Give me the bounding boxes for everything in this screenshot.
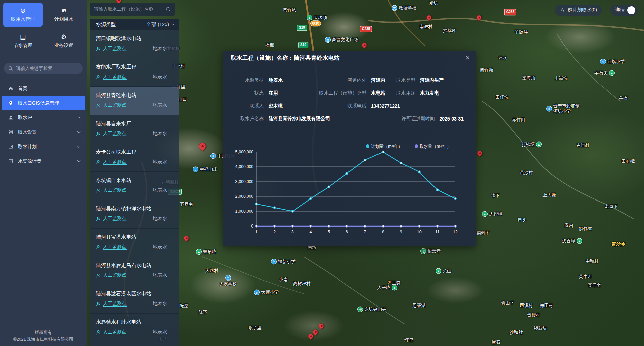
station-detail-modal: 取水工程（设施）名称：陆河县青砼水电站 × 水源类型地表水河道内外河道内取水类型…: [223, 51, 476, 246]
map-label: 老屋下: [605, 204, 618, 210]
manual-monitor-link[interactable]: 人工监测点: [96, 46, 127, 52]
sidebar-search[interactable]: [4, 63, 83, 74]
sidebar-search-input[interactable]: [16, 66, 73, 71]
app-button-节水管理[interactable]: ▤节水管理: [3, 29, 43, 53]
manual-monitor-link[interactable]: 人工监测点: [96, 102, 127, 108]
station-list-item[interactable]: 陆河县南万镇杞洋水电站人工监测点地表水: [90, 200, 179, 229]
manual-monitor-link[interactable]: 人工监测点: [96, 159, 127, 165]
map-marker-pin[interactable]: [427, 15, 432, 20]
map-marker-pin[interactable]: [362, 43, 367, 48]
poi-icon: 文: [546, 106, 552, 112]
source-type-dropdown[interactable]: 全部 (125): [146, 21, 174, 28]
app-button-取用水管理[interactable]: ⊘取用水管理: [3, 3, 43, 27]
manual-monitor-link[interactable]: 人工监测点: [96, 272, 127, 278]
app-button-业务设置[interactable]: ⚙业务设置: [45, 29, 84, 53]
map-label: 下罗南: [180, 201, 193, 207]
map-label: 坝子里: [249, 325, 262, 331]
map-label: 熊石: [492, 339, 500, 345]
water-meter-icon: ⊘: [20, 7, 26, 14]
sidebar-item-取水计划[interactable]: 取水计划: [2, 139, 85, 154]
map-label: 山口: [178, 96, 187, 102]
map-marker-pin[interactable]: [184, 236, 189, 241]
station-list-item[interactable]: 水唇镇水栏肚水电站人工监测点地表水: [90, 314, 179, 342]
map-poi: ⌂幸福山庄: [193, 167, 217, 172]
station-list-item[interactable]: 陆河县青砼水电站人工监测点地表水: [90, 87, 179, 115]
station-list-item[interactable]: 陆河县宝塔水电站人工监测点地表水: [90, 229, 179, 257]
manual-monitor-link[interactable]: 人工监测点: [96, 329, 127, 335]
road-badge: S19: [298, 42, 308, 48]
map-label: 青山下: [501, 300, 514, 306]
station-list-item[interactable]: 河口镇唱歌潭水电站人工监测点地表水: [90, 30, 179, 58]
app-window: 黄竹坑▲天珠顶S19收费G235G235石船S19▦高塘文化广场文墩塘学校粗坑南…: [0, 0, 644, 346]
road-badge: 收费: [310, 20, 321, 26]
modal-header: 取水工程（设施）名称：陆河县青砼水电站 ×: [223, 51, 476, 65]
road-badge: S19: [297, 25, 307, 31]
station-name: 陆河县水唇走马石水电站: [96, 262, 167, 269]
map-label: 思茅湖: [413, 302, 426, 309]
svg-text:2,000,000: 2,000,000: [235, 194, 253, 199]
detail-toggle[interactable]: 详情: [610, 5, 638, 16]
map-label: 石船: [265, 42, 274, 48]
manual-monitor-link[interactable]: 人工监测点: [96, 216, 127, 222]
poi-icon: ▦: [325, 37, 331, 43]
map-marker-pin[interactable]: [308, 334, 313, 339]
svg-text:7: 7: [364, 230, 366, 234]
chevron-down-icon: [77, 130, 81, 133]
sidebar-item-水资源计费[interactable]: 水资源计费: [2, 154, 85, 168]
map-marker-pin[interactable]: [313, 329, 318, 335]
map-label: 梨树下: [477, 230, 490, 236]
station-list-panel: 水源类型 全部 (125) 河口镇唱歌潭水电站人工监测点地表水友能水厂取水工程人…: [90, 19, 179, 346]
map-label: 黄牛叫: [579, 274, 592, 280]
manual-monitor-link[interactable]: 人工监测点: [96, 244, 127, 250]
search-icon[interactable]: [165, 6, 171, 12]
field-label: 许可证过期时间: [401, 116, 435, 122]
map-marker-pin[interactable]: [199, 143, 206, 150]
svg-text:1: 1: [255, 230, 258, 234]
station-search[interactable]: [90, 3, 175, 16]
station-list-item[interactable]: 麦卡公司取水工程人工监测点地表水: [90, 143, 179, 172]
close-icon[interactable]: ×: [465, 54, 470, 62]
copyright: 版权所有 ©2021 珠海市仁智科技有限公司: [0, 329, 87, 343]
manual-monitor-link[interactable]: 人工监测点: [96, 301, 127, 307]
sidebar: ⊘取用水管理≋计划用水▤节水管理⚙业务设置 首页取水口GIS信息管理取水户取水设…: [0, 0, 87, 346]
map-label: 锣鼓坑: [534, 325, 547, 331]
map-poi: 文大新小学: [254, 290, 279, 295]
water-source-type: 地表水: [153, 272, 167, 278]
field-value: 地表水: [269, 77, 283, 83]
manual-monitor-link[interactable]: 人工监测点: [96, 187, 127, 193]
station-list-item[interactable]: 东坑镇自来水站人工监测点地表水: [90, 172, 179, 200]
person-icon: [96, 301, 101, 307]
mountain-icon: ▲: [307, 15, 312, 21]
field-label: 河道内外: [316, 77, 366, 83]
station-search-input[interactable]: [94, 7, 165, 12]
document-icon: ▤: [20, 34, 26, 40]
station-list-item[interactable]: 陆河县水唇走马石水电站人工监测点地表水: [90, 257, 179, 285]
water-source-type: 地表水: [153, 187, 167, 193]
manual-monitor-link[interactable]: 人工监测点: [96, 131, 127, 137]
map-marker-pin[interactable]: [477, 15, 482, 20]
mountain-icon: ▲: [577, 238, 582, 244]
manual-monitor-link[interactable]: 人工监测点: [96, 74, 127, 80]
app-button-计划用水[interactable]: ≋计划用水: [45, 3, 84, 27]
map-marker-pin[interactable]: [477, 151, 482, 156]
map-marker-pin[interactable]: [319, 323, 324, 328]
sidebar-item-取水户[interactable]: 取水户: [2, 110, 85, 125]
station-list-item[interactable]: 陆河县激石溪老区水电站人工监测点地表水: [90, 285, 179, 314]
poi-icon: 文: [271, 259, 277, 265]
station-list-item[interactable]: 陆河县自来水厂人工监测点地表水: [90, 115, 179, 143]
water-source-type: 地表水: [153, 329, 167, 335]
over-plan-label: 超计划取水(0): [568, 7, 597, 13]
map-poi: 文墩塘学校: [392, 5, 416, 11]
sidebar-item-取水设置[interactable]: 取水设置: [2, 125, 85, 139]
over-plan-intake-button[interactable]: 超计划取水(0): [555, 5, 602, 16]
plan-icon: [8, 144, 14, 149]
map-label: 黄沙乡: [611, 241, 625, 247]
station-list-item[interactable]: 友能水厂取水工程人工监测点地表水: [90, 58, 179, 87]
chevron-down-icon: [77, 115, 81, 119]
mountain-icon: ▲: [536, 142, 542, 148]
sidebar-item-首页[interactable]: 首页: [2, 81, 85, 96]
toggle-knob[interactable]: [627, 6, 635, 14]
person-icon: [96, 245, 101, 250]
station-name: 河口镇唱歌潭水电站: [96, 35, 167, 42]
sidebar-item-取水口GIS信息管理[interactable]: 取水口GIS信息管理: [2, 96, 85, 110]
